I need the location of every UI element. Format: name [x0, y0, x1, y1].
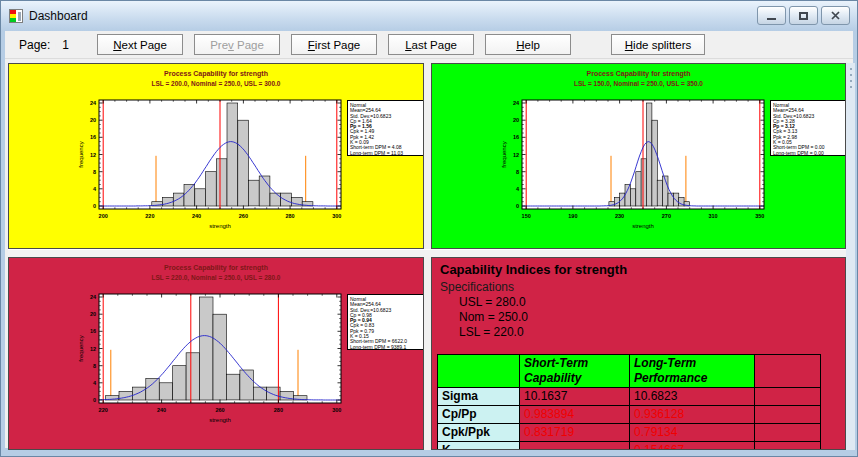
stats-legend-box: NormalMean=254.64Std. Dev.=10.6823Cp = 1…	[347, 100, 424, 156]
prev-page-button[interactable]: Prev Page	[194, 34, 280, 55]
svg-text:4: 4	[93, 186, 97, 192]
histogram-bar	[159, 383, 172, 400]
toolbar: Page: 1 Next PagePrev PageFirst PageLast…	[5, 31, 853, 59]
right-splitter[interactable]	[846, 63, 855, 450]
svg-text:240: 240	[192, 213, 201, 219]
table-row-label: Cpk/Ppk	[438, 424, 520, 442]
svg-text:200: 200	[99, 213, 108, 219]
app-icon-bar	[18, 12, 21, 21]
splitter-grip-icon	[850, 80, 852, 82]
title-bar[interactable]: Dashboard	[1, 1, 857, 31]
splitter-grip-icon	[850, 74, 852, 76]
chart-subtitle: LSL = 200.0, Nominal = 250.0, USL = 300.…	[9, 80, 423, 87]
table-row-label: Sigma	[438, 388, 520, 406]
svg-text:24: 24	[513, 100, 520, 106]
first-page-button[interactable]: First Page	[291, 34, 377, 55]
maximize-button[interactable]	[789, 6, 818, 25]
chart-panel-top-left[interactable]: Process Capability for strengthLSL = 200…	[8, 63, 424, 249]
histogram-bar	[227, 103, 238, 206]
table-empty-cell	[755, 388, 821, 406]
table-value-cell: 10.6823	[630, 388, 755, 406]
svg-text:310: 310	[709, 213, 718, 219]
capability-title: Capability Indices for strength	[440, 262, 627, 277]
specifications-list: USL = 280.0Nom = 250.0LSL = 220.0	[459, 295, 528, 340]
splitter-grip-icon	[850, 86, 852, 88]
splitter-grip-icon	[850, 68, 852, 70]
svg-text:24: 24	[90, 100, 97, 106]
histogram-bar	[652, 120, 657, 206]
histogram-bar	[281, 193, 292, 206]
chart-panel-bottom-left[interactable]: Process Capability for strengthLSL = 220…	[8, 257, 424, 450]
y-axis-label: frequency	[501, 141, 507, 167]
histogram-bar	[253, 387, 266, 400]
horizontal-splitter[interactable]	[8, 249, 846, 257]
histogram-bar	[186, 353, 199, 400]
capability-indices-panel[interactable]: Capability Indices for strength Specific…	[431, 257, 846, 450]
histogram-bar	[625, 185, 630, 207]
app-icon-green	[10, 18, 16, 22]
histogram-bar	[238, 120, 249, 206]
close-button[interactable]	[821, 6, 850, 25]
chart-title: Process Capability for strength	[9, 70, 423, 77]
minimize-icon	[767, 12, 776, 20]
svg-text:4: 4	[93, 380, 97, 386]
svg-text:12: 12	[90, 152, 96, 158]
table-empty-cell	[755, 406, 821, 424]
table-row-label: K	[438, 442, 520, 450]
histogram-bar	[146, 379, 159, 401]
histogram-bar	[270, 193, 281, 206]
histogram-bar	[213, 314, 226, 400]
capability-table: Short-Term CapabilityLong-Term Performan…	[437, 354, 821, 450]
x-axis-label: strength	[209, 223, 231, 229]
svg-text:230: 230	[615, 213, 624, 219]
histogram-bar	[657, 180, 662, 206]
spec-value: LSL = 220.0	[459, 325, 528, 340]
table-value-cell: 0.79134	[630, 424, 755, 442]
x-axis-label: strength	[209, 417, 231, 423]
svg-text:260: 260	[215, 407, 224, 413]
table-value-cell: 0.154667	[630, 442, 755, 450]
histogram-bar	[630, 189, 635, 206]
svg-text:0: 0	[93, 397, 96, 403]
table-header-cell: Long-Term Performance	[630, 355, 755, 388]
table-value-cell: 0.983894	[520, 406, 630, 424]
specifications-heading: Specifications	[440, 280, 514, 294]
minimize-button[interactable]	[757, 6, 786, 25]
page-number: 1	[62, 38, 69, 52]
histogram-bar	[184, 185, 195, 207]
svg-text:20: 20	[513, 117, 519, 123]
dashboard-content: Process Capability for strengthLSL = 200…	[5, 59, 853, 448]
table-header-cell: Short-Term Capability	[520, 355, 630, 388]
last-page-button[interactable]: Last Page	[388, 34, 474, 55]
histogram-bar	[226, 374, 239, 400]
y-axis-label: frequency	[78, 335, 84, 361]
svg-text:12: 12	[513, 152, 519, 158]
histogram-bar	[195, 189, 206, 206]
chart-title: Process Capability for strength	[9, 264, 423, 271]
table-empty-cell	[755, 442, 821, 450]
stats-legend-box: NormalMean=254.64Std. Dev.=10.6823Cp = 0…	[347, 294, 424, 350]
chart-panel-top-right[interactable]: Process Capability for strengthLSL = 150…	[431, 63, 846, 249]
svg-text:8: 8	[93, 363, 96, 369]
svg-text:260: 260	[239, 213, 248, 219]
svg-text:12: 12	[90, 346, 96, 352]
next-page-button[interactable]: Next Page	[97, 34, 183, 55]
table-value-cell: 0.936128	[630, 406, 755, 424]
help-button[interactable]: Help	[485, 34, 571, 55]
svg-text:280: 280	[286, 213, 295, 219]
svg-text:300: 300	[332, 213, 341, 219]
chart-subtitle: LSL = 150.0, Nominal = 250.0, USL = 350.…	[432, 80, 845, 87]
table-value-cell: 0.831719	[520, 424, 630, 442]
hide-splitters-button[interactable]: Hide splitters	[611, 34, 705, 55]
page-label: Page:	[19, 38, 50, 52]
histogram-bar	[647, 103, 652, 206]
svg-text:270: 270	[662, 213, 671, 219]
histogram-bar	[200, 297, 213, 400]
histogram-bar	[636, 172, 641, 206]
svg-text:24: 24	[90, 294, 97, 300]
histogram-bar	[620, 193, 625, 206]
histogram-bar	[673, 193, 678, 206]
svg-text:300: 300	[332, 407, 341, 413]
svg-text:0: 0	[93, 203, 96, 209]
table-header-cell	[755, 355, 821, 388]
